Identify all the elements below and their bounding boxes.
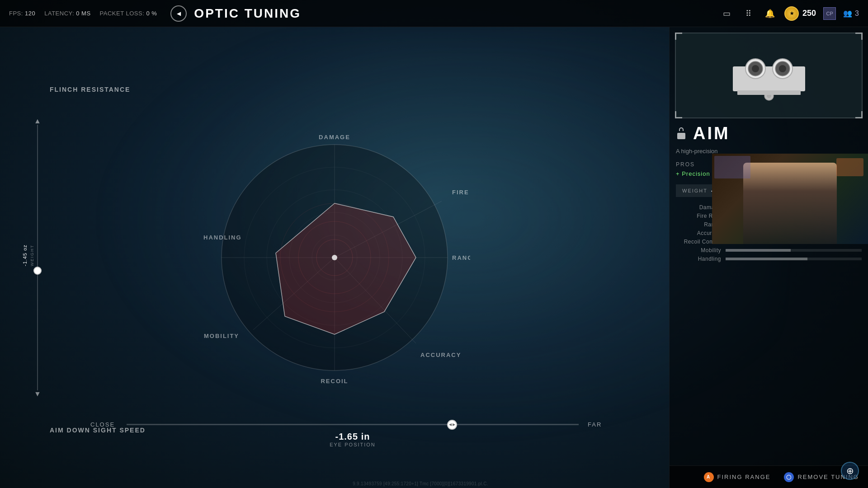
stat-name-handling: Handling: [676, 256, 721, 262]
stat-name-mobility: Mobility: [676, 247, 721, 253]
weight-down-arrow[interactable]: ▼: [34, 390, 41, 398]
svg-text:RECOIL: RECOIL: [321, 378, 348, 385]
eye-slider-row: CLOSE FAR: [90, 421, 615, 428]
webcam-overlay: [712, 154, 868, 244]
main-content: FLINCH RESISTANCE AIM DOWN SIGHT SPEED ▲…: [0, 27, 868, 488]
aim-header: AIM: [676, 124, 862, 143]
close-label: CLOSE: [90, 421, 118, 428]
left-panel: FLINCH RESISTANCE AIM DOWN SIGHT SPEED ▲…: [0, 27, 669, 488]
stat-row-mobility: Mobility: [676, 247, 862, 253]
svg-text:ACCURACY: ACCURACY: [420, 352, 461, 358]
fps-label: FPS: 120: [9, 10, 35, 17]
svg-text:DAMAGE: DAMAGE: [319, 134, 350, 141]
eye-position-slider[interactable]: CLOSE FAR -1.65 in EYE POSITION: [90, 421, 615, 447]
coin-icon: ★: [784, 6, 799, 21]
stat-row-handling: Handling: [676, 256, 862, 262]
weight-tuning-label: WEIGHT: [682, 188, 708, 193]
globe-icon[interactable]: ⊕: [841, 462, 859, 480]
eye-slider-thumb[interactable]: [447, 420, 457, 430]
svg-point-28: [752, 65, 759, 72]
stat-fill-mobility: [726, 249, 791, 252]
svg-point-31: [779, 65, 786, 72]
firing-range-label: FIRING RANGE: [717, 474, 771, 480]
players-count: 3: [855, 9, 859, 18]
players-icon: 👥: [843, 9, 852, 18]
svg-text:MOBILITY: MOBILITY: [204, 333, 239, 339]
webcam-bg: [712, 154, 868, 244]
top-bar-left: FPS: 120 LATENCY: 0 MS PACKET LOSS: 0 %: [0, 10, 166, 17]
flinch-resistance-label: FLINCH RESISTANCE: [50, 86, 130, 93]
corner-bl: [675, 111, 682, 118]
lock-body: [677, 133, 685, 139]
svg-text:HANDLING: HANDLING: [203, 234, 242, 241]
far-label: FAR: [588, 421, 615, 428]
cp-icon: CP: [823, 7, 836, 20]
grid-icon[interactable]: ⠿: [741, 6, 755, 21]
svg-text:RANGE: RANGE: [452, 254, 470, 261]
stat-fill-handling: [726, 258, 807, 260]
top-bar-right: ▭ ⠿ 🔔 ★ 250 CP 👥 3: [719, 6, 868, 21]
svg-text:FIRE RATE: FIRE RATE: [452, 189, 470, 196]
aim-title: AIM: [693, 124, 730, 143]
lock-icon: [676, 127, 687, 140]
webcam-bg-deco2: [714, 156, 750, 178]
stat-bar-mobility: [726, 249, 862, 252]
currency-display: ★ 250: [784, 6, 816, 21]
eye-slider-track[interactable]: [127, 424, 579, 425]
svg-rect-34: [737, 90, 801, 95]
top-bar: FPS: 120 LATENCY: 0 MS PACKET LOSS: 0 % …: [0, 0, 868, 27]
latency-label: LATENCY: 0 MS: [44, 10, 90, 17]
eye-position-display: -1.65 in EYE POSITION: [330, 432, 376, 447]
back-button[interactable]: [170, 5, 187, 22]
optic-svg: [724, 44, 814, 107]
lock-shackle: [679, 127, 684, 131]
radar-chart: DAMAGE FIRE RATE RANGE ACCURACY RECOIL M…: [199, 122, 470, 393]
weight-slider-track[interactable]: -1.45 oz WEIGHT: [37, 125, 38, 390]
svg-point-17: [332, 255, 337, 260]
eye-position-unit: EYE POSITION: [330, 442, 376, 447]
debug-text: 9.9.13493759 [49:255:1720+1] Tmc [7000][…: [0, 480, 841, 487]
weight-slider[interactable]: ▲ -1.45 oz WEIGHT ▼: [31, 117, 44, 398]
players-badge: 👥 3: [843, 9, 859, 18]
webcam-person: [743, 163, 837, 244]
page-title: OPTIC TUNING: [194, 6, 301, 21]
svg-rect-25: [733, 66, 805, 91]
corner-tl: [675, 33, 682, 40]
optic-preview: [675, 33, 863, 118]
packet-loss-label: PACKET LOSS: 0 %: [100, 10, 157, 17]
right-panel: AIM A high-precision PROS + Precision Si…: [669, 27, 868, 488]
bell-icon[interactable]: 🔔: [763, 6, 777, 21]
currency-amount: 250: [802, 9, 816, 18]
webcam-bg-deco1: [836, 158, 863, 176]
weight-value-vertical: -1.45 oz WEIGHT: [21, 244, 36, 266]
menu-icon[interactable]: ▭: [719, 6, 734, 21]
weight-up-arrow[interactable]: ▲: [34, 117, 41, 125]
corner-tr: [855, 33, 863, 40]
eye-position-value: -1.65 in: [330, 432, 376, 442]
weight-thumb[interactable]: [33, 267, 42, 275]
fps-info: FPS: 120 LATENCY: 0 MS PACKET LOSS: 0 %: [9, 10, 157, 17]
corner-br: [855, 111, 863, 118]
stat-bar-handling: [726, 258, 862, 260]
